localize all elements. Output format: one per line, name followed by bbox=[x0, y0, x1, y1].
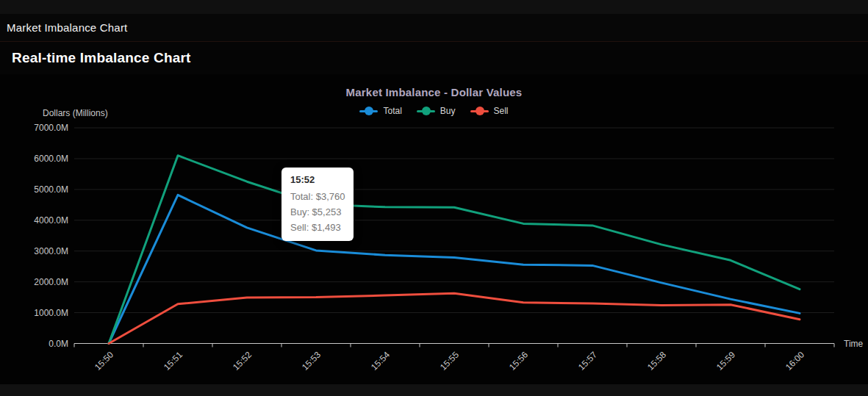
tooltip-total-row: Total: $3,760 bbox=[290, 189, 345, 204]
topbar: Market Imbalance Chart bbox=[0, 14, 868, 42]
line-chart-plot[interactable]: 7000.0M6000.0M5000.0M4000.0M3000.0M2000.… bbox=[0, 70, 868, 384]
chart-tooltip: 15:52 Total: $3,760 Buy: $5,253 Sell: $1… bbox=[281, 168, 354, 241]
y-tick-label: 0.0M bbox=[49, 339, 68, 349]
x-tick-label: 15:53 bbox=[300, 349, 323, 372]
x-tick-label: 15:59 bbox=[714, 349, 737, 372]
x-tick-label: 15:50 bbox=[93, 349, 115, 372]
tooltip-buy-row: Buy: $5,253 bbox=[290, 204, 345, 220]
x-tick-label: 16:00 bbox=[783, 349, 806, 372]
tooltip-sell-row: Sell: $1,493 bbox=[290, 220, 345, 235]
app-window: Market Imbalance Chart Real-time Imbalan… bbox=[0, 0, 868, 396]
tooltip-time: 15:52 bbox=[290, 174, 345, 185]
x-tick-label: 15:56 bbox=[507, 349, 530, 372]
y-tick-label: 5000.0M bbox=[34, 184, 68, 195]
x-tick-label: 15:52 bbox=[231, 349, 254, 372]
footer-strip bbox=[0, 384, 868, 396]
series-line-total bbox=[109, 195, 800, 343]
x-tick-label: 15:58 bbox=[645, 349, 668, 372]
app-title: Market Imbalance Chart bbox=[0, 21, 127, 34]
series-line-buy bbox=[109, 156, 800, 344]
page-title: Real-time Imbalance Chart bbox=[0, 50, 191, 66]
x-tick-label: 15:55 bbox=[438, 349, 461, 372]
x-tick-label: 15:54 bbox=[369, 349, 392, 372]
y-tick-label: 6000.0M bbox=[34, 154, 68, 164]
y-tick-label: 1000.0M bbox=[34, 308, 68, 318]
y-tick-label: 2000.0M bbox=[34, 277, 68, 287]
series-line-sell bbox=[109, 293, 800, 343]
top-strip bbox=[0, 0, 868, 14]
y-tick-label: 3000.0M bbox=[34, 246, 68, 256]
y-tick-label: 4000.0M bbox=[34, 215, 68, 226]
x-tick-label: 15:57 bbox=[576, 349, 599, 372]
x-axis-name: Time bbox=[844, 339, 864, 349]
y-tick-label: 7000.0M bbox=[34, 123, 68, 133]
x-tick-label: 15:51 bbox=[162, 349, 184, 372]
